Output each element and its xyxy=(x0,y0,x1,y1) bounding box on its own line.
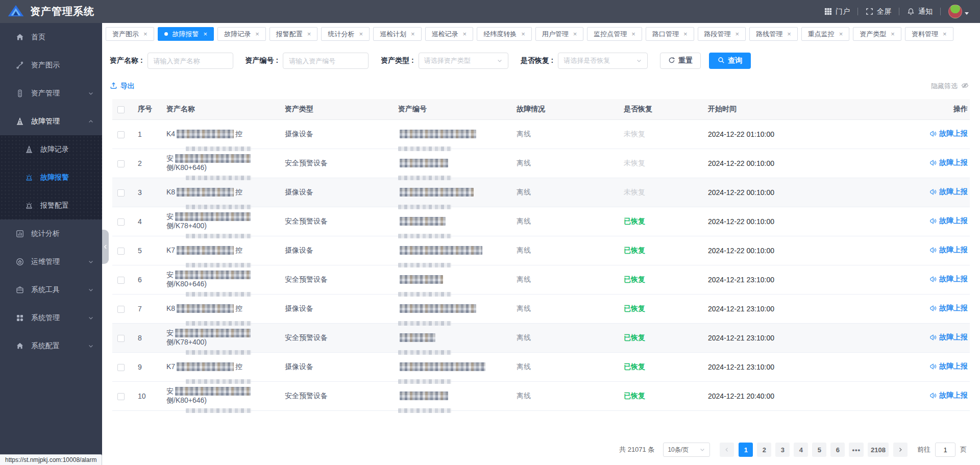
user-menu[interactable] xyxy=(948,5,969,18)
row-checkbox[interactable] xyxy=(117,160,125,167)
tab-14[interactable]: 资产类型 × xyxy=(853,27,901,41)
tab-8[interactable]: 用户管理 × xyxy=(535,27,584,41)
fault-report-link[interactable]: 故障上报 xyxy=(929,333,968,342)
sidebar-item-5[interactable]: 运维管理 xyxy=(0,248,102,276)
fault-report-link[interactable]: 故障上报 xyxy=(929,187,968,197)
close-icon[interactable]: × xyxy=(787,31,791,37)
hide-filter-button[interactable]: 隐藏筛选 xyxy=(931,82,969,91)
tab-4[interactable]: 统计分析 × xyxy=(321,27,370,41)
select-all-checkbox[interactable] xyxy=(117,106,125,113)
tab-10[interactable]: 路口管理 × xyxy=(646,27,694,41)
row-checkbox[interactable] xyxy=(117,189,125,197)
tab-13[interactable]: 重点监控 × xyxy=(801,27,850,41)
sidebar-subitem-3-0[interactable]: 故障记录 xyxy=(0,135,102,163)
row-checkbox[interactable] xyxy=(117,277,125,284)
sidebar-item-1[interactable]: 资产图示 xyxy=(0,51,102,79)
notifications-button[interactable]: 通知 xyxy=(907,7,933,16)
close-icon[interactable]: × xyxy=(255,31,259,37)
page-button-5[interactable]: 5 xyxy=(812,443,826,457)
sidebar-item-8[interactable]: 系统配置 xyxy=(0,332,102,360)
reset-button[interactable]: 重置 xyxy=(660,53,701,69)
fault-report-link[interactable]: 故障上报 xyxy=(929,304,968,313)
row-checkbox[interactable] xyxy=(117,335,125,342)
row-checkbox[interactable] xyxy=(117,218,125,226)
sidebar-item-label: 系统工具 xyxy=(31,285,60,295)
tab-3[interactable]: 报警配置 × xyxy=(270,27,318,41)
tab-9[interactable]: 监控点管理 × xyxy=(587,27,642,41)
fault-report-link[interactable]: 故障上报 xyxy=(929,129,968,138)
close-icon[interactable]: × xyxy=(891,31,895,37)
search-button[interactable]: 查询 xyxy=(709,53,751,69)
close-icon[interactable]: × xyxy=(463,31,467,37)
row-checkbox[interactable] xyxy=(117,131,125,138)
tab-2[interactable]: 故障记录 × xyxy=(217,27,266,41)
sidebar-subitem-3-1[interactable]: 故障报警 xyxy=(0,163,102,191)
close-icon[interactable]: × xyxy=(683,31,688,37)
close-icon[interactable]: × xyxy=(143,31,148,37)
recover-label: 是否恢复 : xyxy=(521,56,554,65)
fullscreen-button[interactable]: 全屏 xyxy=(866,7,891,16)
row-checkbox[interactable] xyxy=(117,306,125,313)
row-checkbox[interactable] xyxy=(117,248,125,255)
tab-0[interactable]: 资产图示 × xyxy=(106,27,154,41)
redaction-smudge xyxy=(398,234,451,238)
fault-report-label: 故障上报 xyxy=(939,129,968,138)
hide-filter-label: 隐藏筛选 xyxy=(931,82,958,91)
close-icon[interactable]: × xyxy=(411,31,415,37)
row-checkbox[interactable] xyxy=(117,364,125,371)
asset-name-input[interactable] xyxy=(148,53,233,69)
asset-type-select[interactable]: 请选择资产类型 xyxy=(419,53,508,69)
close-icon[interactable]: × xyxy=(573,31,577,37)
close-icon[interactable]: × xyxy=(631,31,635,37)
page-button-4[interactable]: 4 xyxy=(794,443,808,457)
fault-report-label: 故障上报 xyxy=(939,246,968,255)
fault-report-link[interactable]: 故障上报 xyxy=(929,391,968,400)
sidebar-subitem-3-2[interactable]: 报警配置 xyxy=(0,191,102,219)
sidebar-item-3[interactable]: 故障管理 xyxy=(0,107,102,135)
close-icon[interactable]: × xyxy=(736,31,740,37)
goto-page-input[interactable] xyxy=(935,443,955,457)
sidebar-item-0[interactable]: 首页 xyxy=(0,23,102,51)
page-button-2[interactable]: 2 xyxy=(757,443,771,457)
tab-label: 路线管理 xyxy=(756,30,782,39)
export-button[interactable]: 导出 xyxy=(110,82,135,91)
sidebar-item-2[interactable]: 资产管理 xyxy=(0,79,102,107)
prev-page-button[interactable] xyxy=(720,443,734,457)
modules-icon xyxy=(15,314,24,322)
row-checkbox[interactable] xyxy=(117,393,125,400)
redacted-asset-name xyxy=(175,329,251,337)
close-icon[interactable]: × xyxy=(204,31,208,37)
close-icon[interactable]: × xyxy=(521,31,525,37)
page-button-3[interactable]: 3 xyxy=(775,443,790,457)
close-icon[interactable]: × xyxy=(943,31,947,37)
page-size-select[interactable]: 10条/页 xyxy=(663,443,710,457)
tab-6[interactable]: 巡检记录 × xyxy=(425,27,474,41)
asset-code-input[interactable] xyxy=(283,53,369,69)
sidebar-item-6[interactable]: 系统工具 xyxy=(0,276,102,304)
fault-report-link[interactable]: 故障上报 xyxy=(929,275,968,284)
close-icon[interactable]: × xyxy=(307,31,311,37)
close-icon[interactable]: × xyxy=(359,31,363,37)
tab-1[interactable]: 故障报警 × xyxy=(158,27,214,41)
page-button-1[interactable]: 1 xyxy=(739,443,753,457)
tab-11[interactable]: 路段管理 × xyxy=(698,27,746,41)
sidebar-collapse-handle[interactable] xyxy=(102,230,109,264)
fault-report-link[interactable]: 故障上报 xyxy=(929,216,968,226)
close-icon[interactable]: × xyxy=(839,31,843,37)
fault-report-link[interactable]: 故障上报 xyxy=(929,362,968,371)
next-page-button[interactable] xyxy=(893,443,908,457)
tab-15[interactable]: 资料管理 × xyxy=(905,27,953,41)
recover-select[interactable]: 请选择是否恢复 xyxy=(558,53,648,69)
tab-12[interactable]: 路线管理 × xyxy=(749,27,798,41)
fault-report-link[interactable]: 故障上报 xyxy=(929,158,968,167)
fault-report-link[interactable]: 故障上报 xyxy=(929,246,968,255)
sidebar-item-4[interactable]: 统计分析 xyxy=(0,219,102,248)
page-button-2108[interactable]: 2108 xyxy=(868,443,889,457)
sidebar-item-7[interactable]: 系统管理 xyxy=(0,304,102,332)
portal-button[interactable]: 门户 xyxy=(824,7,850,16)
tab-5[interactable]: 巡检计划 × xyxy=(373,27,422,41)
tab-7[interactable]: 经纬度转换 × xyxy=(477,27,532,41)
page-button-6[interactable]: 6 xyxy=(830,443,845,457)
pager-ellipsis[interactable]: ••• xyxy=(849,443,864,457)
tab-label: 用户管理 xyxy=(542,30,569,39)
